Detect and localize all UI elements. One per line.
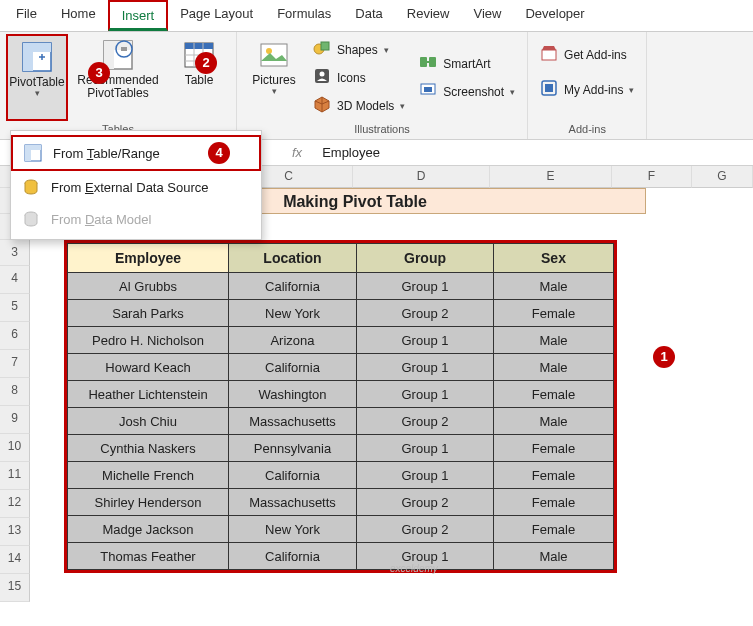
table-row[interactable]: Pedro H. NicholsonArizonaGroup 1Male	[68, 327, 614, 354]
header-group[interactable]: Group	[357, 244, 494, 273]
cell[interactable]: Heather Lichtenstein	[68, 381, 229, 408]
menu-from-external-data[interactable]: From External Data Source	[11, 171, 261, 203]
header-location[interactable]: Location	[229, 244, 357, 273]
table-row[interactable]: Thomas FeatherCaliforniaGroup 1Male	[68, 543, 614, 570]
cell[interactable]: Madge Jackson	[68, 516, 229, 543]
cell[interactable]: Washington	[229, 381, 357, 408]
cell[interactable]: Male	[494, 273, 614, 300]
tab-formulas[interactable]: Formulas	[265, 0, 343, 31]
tab-developer[interactable]: Developer	[513, 0, 596, 31]
pivottable-button[interactable]: PivotTable ▾	[6, 34, 68, 121]
tab-home[interactable]: Home	[49, 0, 108, 31]
row-header[interactable]: 9	[0, 406, 30, 434]
cell[interactable]: Male	[494, 408, 614, 435]
cell[interactable]: Pennsylvania	[229, 435, 357, 462]
formula-value[interactable]: Employee	[312, 145, 380, 160]
row-header[interactable]: 7	[0, 350, 30, 378]
cell[interactable]: Group 2	[357, 489, 494, 516]
table-row[interactable]: Cynthia NaskersPennsylvaniaGroup 1Female	[68, 435, 614, 462]
tab-insert[interactable]: Insert	[108, 0, 169, 31]
cell[interactable]: Female	[494, 516, 614, 543]
row-header[interactable]: 14	[0, 546, 30, 574]
cell[interactable]: Thomas Feather	[68, 543, 229, 570]
cell[interactable]: Group 1	[357, 354, 494, 381]
cell[interactable]: Sarah Parks	[68, 300, 229, 327]
cell[interactable]: California	[229, 462, 357, 489]
cell[interactable]: Group 1	[357, 327, 494, 354]
cell[interactable]: Massachusetts	[229, 489, 357, 516]
row-header[interactable]: 11	[0, 462, 30, 490]
cell[interactable]: Female	[494, 381, 614, 408]
cell[interactable]: Female	[494, 462, 614, 489]
smartart-button[interactable]: SmartArt	[413, 51, 521, 76]
cell[interactable]: Al Grubbs	[68, 273, 229, 300]
cell[interactable]: Group 1	[357, 543, 494, 570]
col-header[interactable]: G	[692, 166, 753, 188]
recommended-pivottables-button[interactable]: Recommended PivotTables	[70, 34, 166, 121]
cell[interactable]: Female	[494, 489, 614, 516]
cell[interactable]: Michelle French	[68, 462, 229, 489]
row-header[interactable]: 12	[0, 490, 30, 518]
table-row[interactable]: Madge JacksonNew YorkGroup 2Female	[68, 516, 614, 543]
header-sex[interactable]: Sex	[494, 244, 614, 273]
cell[interactable]: Male	[494, 327, 614, 354]
table-button[interactable]: Table	[168, 34, 230, 121]
cell[interactable]: Female	[494, 300, 614, 327]
cell[interactable]: Group 1	[357, 462, 494, 489]
cell[interactable]: Shirley Henderson	[68, 489, 229, 516]
tab-page-layout[interactable]: Page Layout	[168, 0, 265, 31]
table-row[interactable]: Sarah ParksNew YorkGroup 2Female	[68, 300, 614, 327]
col-header[interactable]: F	[612, 166, 692, 188]
table-row[interactable]: Shirley HendersonMassachusettsGroup 2Fem…	[68, 489, 614, 516]
table-row[interactable]: Josh ChiuMassachusettsGroup 2Male	[68, 408, 614, 435]
tab-view[interactable]: View	[461, 0, 513, 31]
table-row[interactable]: Howard KeachCaliforniaGroup 1Male	[68, 354, 614, 381]
col-header[interactable]: E	[490, 166, 612, 188]
cell[interactable]: Arizona	[229, 327, 357, 354]
row-header[interactable]: 5	[0, 294, 30, 322]
row-header[interactable]: 6	[0, 322, 30, 350]
shapes-icon	[313, 39, 331, 60]
cell[interactable]: Group 1	[357, 381, 494, 408]
cell[interactable]: California	[229, 354, 357, 381]
table-row[interactable]: Heather LichtensteinWashingtonGroup 1Fem…	[68, 381, 614, 408]
screenshot-button[interactable]: Screenshot▾	[413, 79, 521, 104]
cell[interactable]: Josh Chiu	[68, 408, 229, 435]
shapes-button[interactable]: Shapes▾	[307, 37, 411, 62]
cell[interactable]: Massachusetts	[229, 408, 357, 435]
row-header[interactable]: 15	[0, 574, 30, 602]
chevron-down-icon: ▾	[35, 89, 40, 99]
row-header[interactable]: 3	[0, 240, 30, 266]
table-row[interactable]: Michelle FrenchCaliforniaGroup 1Female	[68, 462, 614, 489]
cell[interactable]: Pedro H. Nicholson	[68, 327, 229, 354]
cell[interactable]: Group 2	[357, 300, 494, 327]
3d-models-button[interactable]: 3D Models▾	[307, 93, 411, 118]
tab-data[interactable]: Data	[343, 0, 394, 31]
tab-review[interactable]: Review	[395, 0, 462, 31]
header-employee[interactable]: Employee	[68, 244, 229, 273]
cell[interactable]: New York	[229, 516, 357, 543]
tab-file[interactable]: File	[4, 0, 49, 31]
cell[interactable]: Female	[494, 435, 614, 462]
cell[interactable]: New York	[229, 300, 357, 327]
cell[interactable]: California	[229, 543, 357, 570]
cell[interactable]: Group 1	[357, 435, 494, 462]
cell[interactable]: Howard Keach	[68, 354, 229, 381]
cell[interactable]: Group 2	[357, 408, 494, 435]
cell[interactable]: Male	[494, 354, 614, 381]
icons-button[interactable]: Icons	[307, 65, 411, 90]
table-row[interactable]: Al GrubbsCaliforniaGroup 1Male	[68, 273, 614, 300]
pictures-button[interactable]: Pictures ▾	[243, 34, 305, 121]
row-header[interactable]: 10	[0, 434, 30, 462]
get-addins-button[interactable]: Get Add-ins	[534, 42, 640, 67]
row-header[interactable]: 13	[0, 518, 30, 546]
cell[interactable]: Group 2	[357, 516, 494, 543]
row-header[interactable]: 8	[0, 378, 30, 406]
cell[interactable]: Male	[494, 543, 614, 570]
row-header[interactable]: 4	[0, 266, 30, 294]
cell[interactable]: Group 1	[357, 273, 494, 300]
cell[interactable]: California	[229, 273, 357, 300]
cell[interactable]: Cynthia Naskers	[68, 435, 229, 462]
col-header[interactable]: D	[353, 166, 490, 188]
my-addins-button[interactable]: My Add-ins▾	[534, 77, 640, 102]
